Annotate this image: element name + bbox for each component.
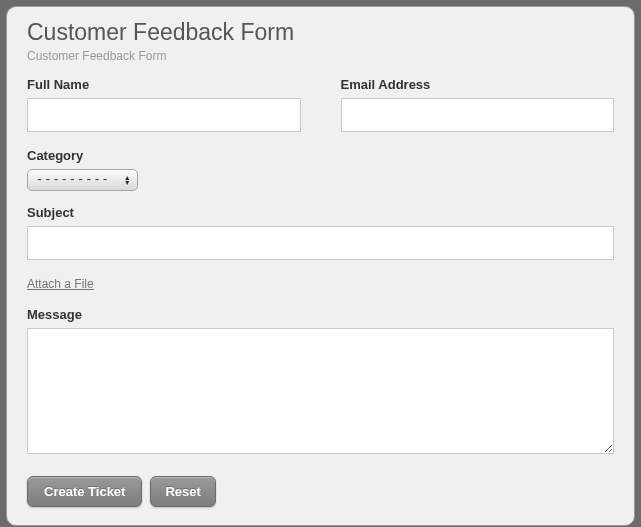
full-name-label: Full Name bbox=[27, 77, 301, 92]
category-selected-value: --------- bbox=[36, 173, 122, 187]
subject-label: Subject bbox=[27, 205, 614, 220]
full-name-group: Full Name bbox=[27, 77, 301, 132]
button-row: Create Ticket Reset bbox=[27, 476, 614, 507]
message-label: Message bbox=[27, 307, 614, 322]
subject-input[interactable] bbox=[27, 226, 614, 260]
subject-group: Subject bbox=[27, 205, 614, 260]
name-email-row: Full Name Email Address bbox=[27, 77, 614, 132]
category-select[interactable]: --------- ▲▼ bbox=[27, 169, 138, 191]
full-name-input[interactable] bbox=[27, 98, 301, 132]
chevron-updown-icon: ▲▼ bbox=[122, 175, 133, 185]
create-ticket-button[interactable]: Create Ticket bbox=[27, 476, 142, 507]
email-input[interactable] bbox=[341, 98, 615, 132]
feedback-form-card: Customer Feedback Form Customer Feedback… bbox=[6, 6, 635, 526]
reset-button[interactable]: Reset bbox=[150, 476, 215, 507]
message-group: Message bbox=[27, 307, 614, 458]
email-group: Email Address bbox=[341, 77, 615, 132]
message-textarea[interactable] bbox=[27, 328, 614, 454]
category-label: Category bbox=[27, 148, 614, 163]
page-title: Customer Feedback Form bbox=[27, 19, 614, 47]
email-label: Email Address bbox=[341, 77, 615, 92]
page-subtitle: Customer Feedback Form bbox=[27, 49, 614, 63]
category-group: Category --------- ▲▼ bbox=[27, 148, 614, 191]
attach-file-link[interactable]: Attach a File bbox=[27, 277, 94, 291]
